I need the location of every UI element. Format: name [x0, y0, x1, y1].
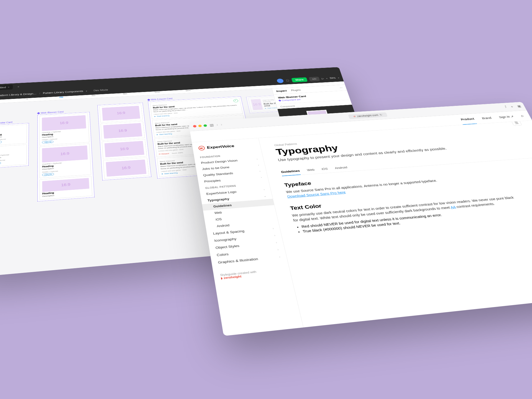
- page-content: ☰ Global Patterns Typography Use typogra…: [259, 121, 532, 328]
- card-variant[interactable]: 16:9 Overline • Optional Heading Descrip…: [39, 144, 91, 178]
- component-icon: [278, 99, 281, 101]
- headphones-icon[interactable]: 🎧: [286, 79, 290, 82]
- tab-inspect[interactable]: Inspect: [276, 89, 287, 93]
- tab-guidelines[interactable]: Guidelines: [280, 167, 301, 176]
- dev-toggle[interactable]: </>: [309, 77, 320, 81]
- minimize-icon[interactable]: [198, 124, 202, 127]
- search-icon[interactable]: ⌕: [520, 114, 525, 118]
- figma-tab-title: Untitled: [0, 86, 6, 89]
- breadcrumb-file[interactable]: Pattern Library Components: [43, 90, 83, 94]
- external-link-icon: ↗: [510, 115, 514, 118]
- sidebar-toggle-icon[interactable]: ▥: [209, 123, 214, 127]
- close-icon[interactable]: ×: [7, 86, 9, 88]
- signin-link[interactable]: Sign In ↗: [496, 112, 516, 122]
- tab-plugins[interactable]: Plugins: [291, 89, 301, 91]
- chevron-down-icon[interactable]: ▾: [326, 78, 328, 80]
- zoom-value[interactable]: 59%: [329, 77, 336, 79]
- card-variant[interactable]: 16:9: [102, 139, 147, 159]
- card-variant[interactable]: 16:9: [99, 104, 143, 122]
- refresh-icon[interactable]: ↻: [379, 113, 383, 116]
- tab-product[interactable]: Product: [458, 114, 477, 125]
- chevron-left-icon[interactable]: ‹: [216, 123, 218, 127]
- share-icon[interactable]: ⤴: [504, 105, 508, 109]
- chevron-right-icon: ›: [256, 158, 258, 160]
- dev-mode-label: Dev Mode: [93, 89, 108, 92]
- chevron-down-icon: ⌄: [264, 195, 266, 198]
- content-tabs: Guidelines Web iOS Android: [280, 150, 532, 177]
- card-variant[interactable]: 16:9 Overline • Optional Heading Descrip…: [39, 113, 89, 145]
- component-icon: [147, 99, 150, 101]
- card-variant[interactable]: 16:9 Heading Description Details • Optio…: [0, 124, 27, 146]
- browser-window: ▥ ‹ › ⊘ zeroheight.com ↻ ⤴ ＋ ▣ Product B…: [188, 102, 532, 336]
- close-icon[interactable]: [193, 125, 196, 127]
- logo-icon: [198, 146, 205, 151]
- figma-tab[interactable]: ▦ Untitled ×: [0, 85, 13, 91]
- chevron-down-icon[interactable]: ▾: [86, 90, 87, 92]
- address-bar[interactable]: ⊘ zeroheight.com ↻: [348, 112, 388, 119]
- card-variant[interactable]: 16:9: [103, 158, 149, 179]
- chevron-right-icon[interactable]: ›: [220, 123, 222, 126]
- tab-android[interactable]: Android: [334, 164, 348, 172]
- tab-ios[interactable]: iOS: [321, 165, 329, 173]
- chevron-down-icon[interactable]: ▾: [338, 77, 340, 79]
- avatar[interactable]: [277, 78, 284, 83]
- share-button[interactable]: Share: [291, 77, 308, 82]
- component-icon: [37, 112, 40, 114]
- new-tab-icon[interactable]: ＋: [509, 105, 515, 109]
- tab-brand[interactable]: Brand: [479, 113, 494, 123]
- tab-web[interactable]: Web: [306, 166, 316, 174]
- card-variant[interactable]: 16:9 Overline • Optional Description Det…: [0, 145, 27, 167]
- lock-icon: ⊘: [353, 115, 356, 117]
- tabs-icon[interactable]: ▣: [516, 104, 522, 108]
- card-variant[interactable]: 16:9: [101, 121, 145, 140]
- sidebar-footer: Styleguide created with ◗ zeroheight: [213, 263, 291, 285]
- maximize-icon[interactable]: [203, 124, 207, 127]
- more-icon[interactable]: ⋯: [339, 86, 343, 89]
- play-icon[interactable]: ▷: [321, 77, 324, 80]
- new-tab-icon[interactable]: ＋: [17, 85, 20, 88]
- card-variant[interactable]: 16:9 Heading Description: [39, 176, 92, 200]
- breadcrumb-project[interactable]: …Pattern Library & Design…: [0, 92, 37, 97]
- traffic-lights[interactable]: [193, 124, 207, 127]
